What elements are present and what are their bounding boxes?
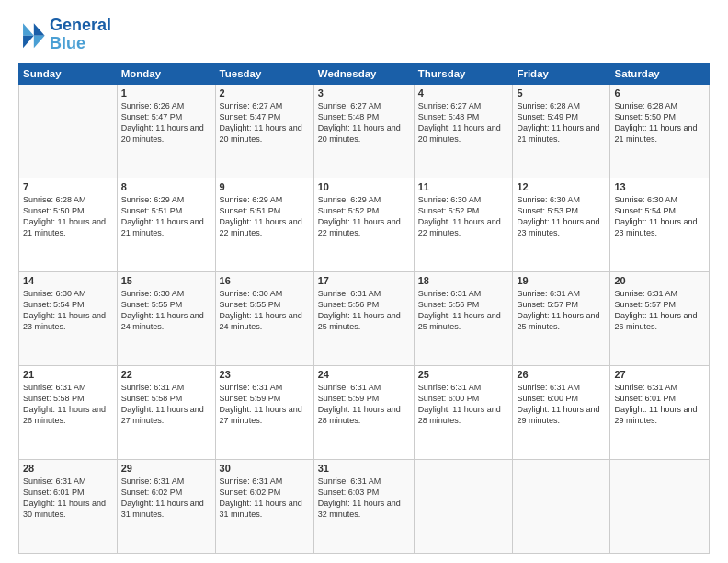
day-cell: 20 Sunrise: 6:31 AMSunset: 5:57 PMDaylig… [610,271,710,365]
day-number: 30 [220,463,310,474]
day-info: Sunrise: 6:31 AMSunset: 6:00 PMDaylight:… [517,382,606,427]
svg-marker-3 [23,36,34,48]
day-number: 28 [23,463,113,474]
day-cell: 29 Sunrise: 6:31 AMSunset: 6:02 PMDaylig… [117,459,215,553]
day-number: 23 [220,369,310,380]
day-cell: 28 Sunrise: 6:31 AMSunset: 6:01 PMDaylig… [19,459,118,553]
day-cell [513,459,610,553]
header-cell-monday: Monday [117,63,215,84]
day-cell: 11 Sunrise: 6:30 AMSunset: 5:52 PMDaylig… [414,178,513,271]
day-number: 12 [517,181,606,192]
day-cell [610,459,710,553]
header-cell-sunday: Sunday [19,63,118,84]
day-cell: 25 Sunrise: 6:31 AMSunset: 6:00 PMDaylig… [414,365,513,459]
day-info: Sunrise: 6:31 AMSunset: 5:58 PMDaylight:… [23,382,113,427]
day-number: 31 [318,463,410,474]
day-number: 14 [23,275,113,286]
day-cell: 2 Sunrise: 6:27 AMSunset: 5:47 PMDayligh… [215,84,313,178]
day-info: Sunrise: 6:31 AMSunset: 6:02 PMDaylight:… [121,476,211,521]
day-cell: 4 Sunrise: 6:27 AMSunset: 5:48 PMDayligh… [414,84,513,178]
day-info: Sunrise: 6:31 AMSunset: 6:00 PMDaylight:… [418,382,509,427]
calendar-body: 1 Sunrise: 6:26 AMSunset: 5:47 PMDayligh… [19,84,710,553]
day-number: 21 [23,369,113,380]
day-cell: 22 Sunrise: 6:31 AMSunset: 5:58 PMDaylig… [117,365,215,459]
day-cell: 21 Sunrise: 6:31 AMSunset: 5:58 PMDaylig… [19,365,118,459]
day-cell: 12 Sunrise: 6:30 AMSunset: 5:53 PMDaylig… [513,178,610,271]
week-row-1: 1 Sunrise: 6:26 AMSunset: 5:47 PMDayligh… [19,84,710,178]
day-info: Sunrise: 6:31 AMSunset: 5:59 PMDaylight:… [318,382,410,427]
day-cell: 26 Sunrise: 6:31 AMSunset: 6:00 PMDaylig… [513,365,610,459]
svg-marker-1 [34,36,45,48]
logo-text-blue: Blue [50,35,111,53]
day-info: Sunrise: 6:31 AMSunset: 5:59 PMDaylight:… [220,382,310,427]
day-cell: 24 Sunrise: 6:31 AMSunset: 5:59 PMDaylig… [313,365,414,459]
logo: General Blue [18,17,111,53]
day-cell: 6 Sunrise: 6:28 AMSunset: 5:50 PMDayligh… [610,84,710,178]
day-info: Sunrise: 6:29 AMSunset: 5:52 PMDaylight:… [318,194,410,239]
day-info: Sunrise: 6:27 AMSunset: 5:47 PMDaylight:… [220,100,310,145]
day-number: 6 [614,87,705,98]
day-cell: 19 Sunrise: 6:31 AMSunset: 5:57 PMDaylig… [513,271,610,365]
day-number: 5 [517,87,606,98]
day-number: 10 [318,181,410,192]
day-cell: 3 Sunrise: 6:27 AMSunset: 5:48 PMDayligh… [313,84,414,178]
day-info: Sunrise: 6:26 AMSunset: 5:47 PMDaylight:… [121,100,211,145]
day-cell: 27 Sunrise: 6:31 AMSunset: 6:01 PMDaylig… [610,365,710,459]
day-info: Sunrise: 6:31 AMSunset: 5:56 PMDaylight:… [418,288,509,333]
day-number: 3 [318,87,410,98]
day-number: 7 [23,181,113,192]
day-number: 27 [614,369,705,380]
day-cell: 23 Sunrise: 6:31 AMSunset: 5:59 PMDaylig… [215,365,313,459]
day-number: 8 [121,181,211,192]
day-number: 2 [220,87,310,98]
day-info: Sunrise: 6:29 AMSunset: 5:51 PMDaylight:… [121,194,211,239]
header-cell-tuesday: Tuesday [215,63,313,84]
day-cell [414,459,513,553]
day-number: 18 [418,275,509,286]
day-info: Sunrise: 6:30 AMSunset: 5:54 PMDaylight:… [614,194,705,239]
day-cell: 10 Sunrise: 6:29 AMSunset: 5:52 PMDaylig… [313,178,414,271]
svg-marker-2 [23,23,34,35]
day-cell: 8 Sunrise: 6:29 AMSunset: 5:51 PMDayligh… [117,178,215,271]
day-cell [19,84,118,178]
day-cell: 1 Sunrise: 6:26 AMSunset: 5:47 PMDayligh… [117,84,215,178]
day-number: 16 [220,275,310,286]
day-number: 9 [220,181,310,192]
day-info: Sunrise: 6:30 AMSunset: 5:52 PMDaylight:… [418,194,509,239]
calendar-header: SundayMondayTuesdayWednesdayThursdayFrid… [19,63,710,84]
day-number: 26 [517,369,606,380]
day-info: Sunrise: 6:30 AMSunset: 5:55 PMDaylight:… [121,288,211,333]
day-cell: 30 Sunrise: 6:31 AMSunset: 6:02 PMDaylig… [215,459,313,553]
header-row: SundayMondayTuesdayWednesdayThursdayFrid… [19,63,710,84]
day-cell: 17 Sunrise: 6:31 AMSunset: 5:56 PMDaylig… [313,271,414,365]
day-number: 11 [418,181,509,192]
day-info: Sunrise: 6:28 AMSunset: 5:49 PMDaylight:… [517,100,606,145]
day-info: Sunrise: 6:31 AMSunset: 5:58 PMDaylight:… [121,382,211,427]
day-cell: 5 Sunrise: 6:28 AMSunset: 5:49 PMDayligh… [513,84,610,178]
day-info: Sunrise: 6:28 AMSunset: 5:50 PMDaylight:… [23,194,113,239]
week-row-5: 28 Sunrise: 6:31 AMSunset: 6:01 PMDaylig… [19,459,710,553]
day-number: 4 [418,87,509,98]
header-cell-friday: Friday [513,63,610,84]
day-cell: 31 Sunrise: 6:31 AMSunset: 6:03 PMDaylig… [313,459,414,553]
day-info: Sunrise: 6:30 AMSunset: 5:54 PMDaylight:… [23,288,113,333]
header-cell-saturday: Saturday [610,63,710,84]
day-cell: 9 Sunrise: 6:29 AMSunset: 5:51 PMDayligh… [215,178,313,271]
svg-marker-0 [34,23,45,35]
day-cell: 7 Sunrise: 6:28 AMSunset: 5:50 PMDayligh… [19,178,118,271]
day-number: 19 [517,275,606,286]
day-cell: 14 Sunrise: 6:30 AMSunset: 5:54 PMDaylig… [19,271,118,365]
day-info: Sunrise: 6:31 AMSunset: 5:57 PMDaylight:… [614,288,705,333]
calendar-table: SundayMondayTuesdayWednesdayThursdayFrid… [18,63,710,554]
day-number: 20 [614,275,705,286]
header-cell-wednesday: Wednesday [313,63,414,84]
day-cell: 13 Sunrise: 6:30 AMSunset: 5:54 PMDaylig… [610,178,710,271]
day-info: Sunrise: 6:31 AMSunset: 5:56 PMDaylight:… [318,288,410,333]
day-number: 13 [614,181,705,192]
day-info: Sunrise: 6:30 AMSunset: 5:55 PMDaylight:… [220,288,310,333]
day-cell: 15 Sunrise: 6:30 AMSunset: 5:55 PMDaylig… [117,271,215,365]
day-info: Sunrise: 6:27 AMSunset: 5:48 PMDaylight:… [418,100,509,145]
day-number: 24 [318,369,410,380]
day-info: Sunrise: 6:31 AMSunset: 6:01 PMDaylight:… [614,382,705,427]
header-cell-thursday: Thursday [414,63,513,84]
